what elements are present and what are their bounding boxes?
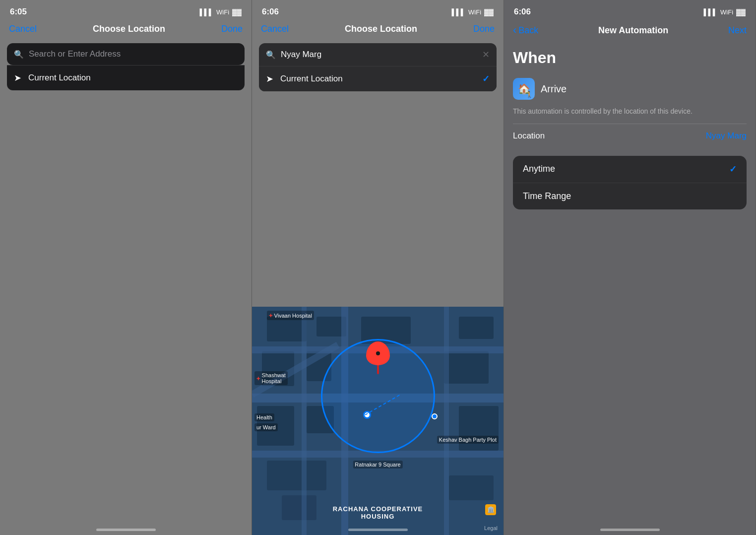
circle-edge-dot bbox=[432, 413, 438, 419]
back-button[interactable]: ‹ Back bbox=[513, 24, 538, 37]
keshav-label: Keshav Bagh Party Plot bbox=[437, 436, 499, 444]
time-range-label: Time Range bbox=[523, 191, 571, 201]
road-v bbox=[302, 307, 307, 535]
location-setting-label: Location bbox=[513, 131, 545, 141]
vivaan-label-text: Vivaan Hospital bbox=[274, 313, 312, 319]
map-background: + Vivaan Hospital + ShashwatHospital Kes… bbox=[252, 307, 504, 535]
health-label: Health bbox=[254, 413, 274, 421]
home-indicator-3 bbox=[600, 529, 660, 531]
search-value-2[interactable]: Nyay Marg bbox=[281, 50, 477, 60]
panel-1: 6:05 ▌▌▌ WiFi ▓▓ Cancel Choose Location … bbox=[0, 0, 252, 535]
map-block bbox=[282, 495, 316, 520]
anytime-option[interactable]: Anytime ✓ bbox=[513, 156, 747, 183]
map-container: + Vivaan Hospital + ShashwatHospital Kes… bbox=[252, 307, 504, 535]
arrive-label: Arrive bbox=[541, 83, 567, 95]
nav-title-3: New Automation bbox=[598, 25, 668, 36]
when-title: When bbox=[513, 42, 747, 73]
search-row: 🔍 Search or Enter Address bbox=[14, 49, 238, 59]
back-chevron-icon: ‹ bbox=[513, 24, 516, 37]
location-arrow-icon-2: ➤ bbox=[266, 73, 273, 84]
map-pin bbox=[366, 341, 390, 374]
search-container-2: 🔍 Nyay Marg ✕ ➤ Current Location ✓ bbox=[259, 43, 497, 91]
road-v bbox=[444, 307, 449, 535]
search-filled-row: 🔍 Nyay Marg ✕ bbox=[259, 43, 497, 66]
nav-title-2: Choose Location bbox=[345, 24, 417, 34]
next-button[interactable]: Next bbox=[728, 25, 747, 36]
building-icon: 🏛️ bbox=[485, 504, 496, 515]
current-location-row-2[interactable]: ➤ Current Location ✓ bbox=[259, 66, 497, 91]
location-arrow-icon: ➤ bbox=[14, 72, 21, 83]
signal-icon-2: ▌▌▌ bbox=[451, 8, 465, 16]
ward-label: ur Ward bbox=[254, 423, 278, 431]
map-pin-head bbox=[366, 341, 390, 365]
current-location-label-2: Current Location bbox=[280, 74, 343, 84]
status-icons-2: ▌▌▌ WiFi ▓▓ bbox=[451, 8, 494, 16]
done-button-2[interactable]: Done bbox=[473, 24, 495, 34]
automation-note: This automation is controlled by the loc… bbox=[513, 105, 747, 124]
rachana-label: RACHANA COOPERATIVE HOUSING bbox=[315, 505, 441, 520]
nav-bar-1: Cancel Choose Location Done bbox=[0, 22, 252, 39]
battery-icon: ▓▓ bbox=[232, 8, 242, 16]
arrive-row: 🏠 🚶 Arrive bbox=[513, 73, 747, 105]
search-icon: 🔍 bbox=[14, 50, 24, 59]
legal-label: Legal bbox=[484, 525, 498, 531]
map-block bbox=[449, 475, 494, 500]
hospital-cross-icon: + bbox=[269, 312, 273, 319]
person-icon: 🚶 bbox=[525, 91, 533, 98]
map-block bbox=[459, 406, 499, 451]
map-block bbox=[267, 461, 326, 490]
status-bar-3: 6:06 ▌▌▌ WiFi ▓▓ bbox=[504, 0, 756, 22]
current-location-label-1: Current Location bbox=[28, 73, 91, 83]
nav-title-1: Choose Location bbox=[93, 24, 165, 34]
panel1-content: 🔍 Search or Enter Address ➤ Current Loca… bbox=[0, 39, 252, 94]
location-setting-value: Nyay Marg bbox=[706, 131, 747, 141]
panel-3: 6:06 ▌▌▌ WiFi ▓▓ ‹ Back New Automation N… bbox=[504, 0, 756, 535]
wifi-icon-3: WiFi bbox=[720, 8, 733, 16]
pin-dot bbox=[376, 351, 380, 355]
keshav-label-text: Keshav Bagh Party Plot bbox=[439, 437, 497, 443]
vivaan-hospital-label: + Vivaan Hospital bbox=[267, 311, 314, 320]
shashwat-label-text: ShashwatHospital bbox=[262, 372, 286, 384]
shashwat-hospital-label: + ShashwatHospital bbox=[254, 371, 288, 385]
search-container-1: 🔍 Search or Enter Address bbox=[7, 43, 245, 65]
cancel-button-1[interactable]: Cancel bbox=[9, 24, 37, 34]
status-time-2: 6:06 bbox=[262, 7, 279, 17]
arrive-icon-container: 🏠 🚶 bbox=[513, 78, 535, 100]
status-icons-1: ▌▌▌ WiFi ▓▓ bbox=[199, 8, 242, 16]
current-location-checkmark: ✓ bbox=[482, 73, 490, 84]
location-setting-row[interactable]: Location Nyay Marg bbox=[513, 124, 747, 148]
map-block bbox=[459, 317, 494, 339]
status-bar-2: 6:06 ▌▌▌ WiFi ▓▓ bbox=[252, 0, 504, 22]
rachana-label-text: RACHANA COOPERATIVE HOUSING bbox=[333, 505, 423, 520]
home-indicator-1 bbox=[96, 529, 156, 531]
anytime-label: Anytime bbox=[523, 164, 555, 174]
wifi-icon: WiFi bbox=[216, 8, 229, 16]
hospital-cross-icon-2: + bbox=[256, 375, 260, 382]
cancel-button-2[interactable]: Cancel bbox=[261, 24, 289, 34]
status-bar-1: 6:05 ▌▌▌ WiFi ▓▓ bbox=[0, 0, 252, 22]
ratnakar-label: Ratnakar 9 Square bbox=[353, 461, 402, 468]
done-button-1[interactable]: Done bbox=[221, 24, 243, 34]
battery-icon-3: ▓▓ bbox=[736, 8, 746, 16]
signal-icon: ▌▌▌ bbox=[199, 8, 213, 16]
status-icons-3: ▌▌▌ WiFi ▓▓ bbox=[703, 8, 746, 16]
current-location-row-1[interactable]: ➤ Current Location bbox=[7, 65, 245, 90]
home-indicator-2 bbox=[348, 529, 408, 531]
time-range-option[interactable]: Time Range bbox=[513, 183, 747, 209]
search-input-1[interactable]: Search or Enter Address bbox=[29, 49, 121, 59]
nav-bar-3: ‹ Back New Automation Next bbox=[504, 22, 756, 42]
panel-2: 6:06 ▌▌▌ WiFi ▓▓ Cancel Choose Location … bbox=[252, 0, 504, 535]
anytime-check: ✓ bbox=[729, 164, 737, 175]
map-pin-stem bbox=[377, 365, 379, 374]
status-time-3: 6:06 bbox=[514, 7, 531, 17]
battery-icon-2: ▓▓ bbox=[484, 8, 494, 16]
health-label-text: Health bbox=[256, 414, 272, 420]
ratnakar-label-text: Ratnakar 9 Square bbox=[355, 462, 400, 468]
search-icon-2: 🔍 bbox=[266, 50, 276, 60]
status-time-1: 6:05 bbox=[10, 7, 27, 17]
back-label: Back bbox=[518, 25, 538, 36]
time-dropdown: Anytime ✓ Time Range bbox=[513, 156, 747, 209]
wifi-icon-2: WiFi bbox=[468, 8, 481, 16]
map-block bbox=[444, 351, 489, 384]
clear-search-button[interactable]: ✕ bbox=[482, 49, 490, 60]
